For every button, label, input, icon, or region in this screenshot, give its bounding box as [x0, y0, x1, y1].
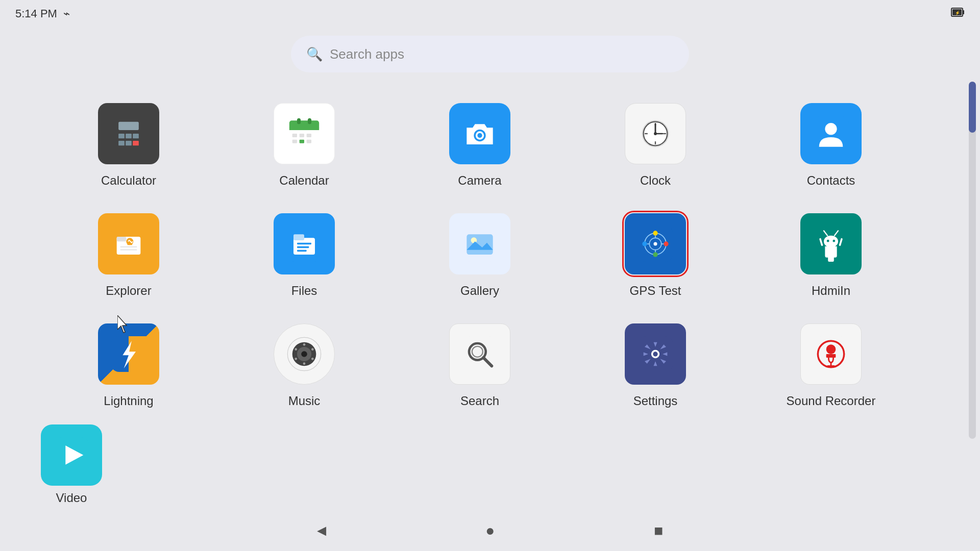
explorer-icon: [98, 213, 159, 274]
svg-point-61: [642, 241, 647, 246]
search-container: 🔍 Search apps: [0, 26, 980, 88]
calculator-label: Calculator: [101, 173, 156, 188]
calculator-icon: [98, 103, 159, 164]
svg-point-69: [827, 240, 829, 242]
app-item-calendar[interactable]: Calendar: [216, 93, 392, 203]
svg-rect-6: [118, 134, 125, 138]
svg-point-70: [833, 240, 836, 242]
camera-icon: [449, 103, 510, 164]
search-label: Search: [460, 394, 499, 408]
app-item-music[interactable]: Music: [216, 313, 392, 423]
svg-point-62: [654, 242, 657, 246]
back-icon: ◄: [314, 522, 329, 539]
search-bar-placeholder: Search apps: [330, 46, 404, 62]
files-label: Files: [291, 284, 317, 298]
lightning-icon: [98, 323, 159, 385]
app-item-hdmiin[interactable]: HdmiIn: [743, 203, 919, 313]
svg-rect-98: [826, 354, 836, 358]
music-icon: [274, 323, 335, 385]
svg-rect-51: [297, 250, 307, 252]
svg-point-59: [664, 241, 668, 246]
scrollbar-thumb[interactable]: [969, 82, 976, 133]
search-app-icon: [449, 323, 510, 385]
explorer-label: Explorer: [106, 284, 151, 298]
svg-point-38: [825, 123, 837, 135]
app-item-clock[interactable]: Clock: [568, 93, 743, 203]
recent-icon: ■: [654, 522, 663, 539]
svg-rect-18: [300, 134, 304, 137]
svg-point-68: [824, 236, 838, 247]
calendar-label: Calendar: [279, 173, 329, 188]
app-item-search[interactable]: Search: [392, 313, 568, 423]
home-icon: ●: [485, 522, 495, 539]
svg-point-82: [311, 348, 314, 350]
app-item-gallery[interactable]: Gallery: [392, 203, 568, 313]
status-bar-left: 5:14 PM ⌁: [15, 7, 70, 20]
status-bar-right: ⚡: [950, 5, 965, 22]
svg-rect-15: [297, 118, 301, 124]
svg-rect-17: [292, 134, 297, 137]
app-item-files[interactable]: Files: [216, 203, 392, 313]
svg-rect-21: [300, 140, 304, 143]
svg-rect-50: [297, 246, 309, 248]
lightning-label: Lightning: [104, 394, 153, 408]
app-item-camera[interactable]: Camera: [392, 93, 568, 203]
app-item-gps-test[interactable]: GPS Test: [568, 203, 743, 313]
svg-rect-48: [293, 234, 304, 240]
calendar-icon: [274, 103, 335, 164]
svg-rect-7: [126, 134, 132, 138]
svg-point-84: [303, 362, 306, 365]
svg-rect-49: [297, 243, 311, 245]
back-button[interactable]: ◄: [306, 515, 337, 546]
svg-point-85: [295, 358, 297, 360]
search-bar-icon: 🔍: [306, 46, 323, 62]
scrollbar[interactable]: [969, 82, 976, 439]
svg-point-94: [653, 352, 657, 356]
settings-label: Settings: [633, 394, 678, 408]
usb-icon: ⌁: [63, 7, 70, 20]
search-bar[interactable]: 🔍 Search apps: [291, 36, 689, 72]
app-item-sound-recorder[interactable]: Sound Recorder: [743, 313, 919, 423]
recent-button[interactable]: ■: [643, 515, 674, 546]
svg-rect-5: [118, 122, 139, 130]
video-icon: [41, 424, 102, 486]
gps-test-label: GPS Test: [630, 284, 681, 298]
gallery-label: Gallery: [460, 284, 499, 298]
hdmiin-label: HdmiIn: [812, 284, 850, 298]
app-grid: Calculator Calendar: [0, 88, 960, 429]
app-item-lightning[interactable]: Lightning: [41, 313, 216, 423]
svg-point-58: [653, 231, 657, 235]
nav-bar: ◄ ● ■: [0, 510, 980, 551]
svg-rect-22: [307, 140, 311, 143]
svg-point-83: [311, 358, 314, 360]
svg-point-81: [303, 343, 306, 346]
settings-icon: [625, 323, 686, 385]
svg-point-60: [653, 252, 657, 257]
svg-rect-10: [126, 141, 132, 145]
time-display: 5:14 PM: [15, 7, 57, 20]
app-item-explorer[interactable]: Explorer: [41, 203, 216, 313]
files-icon: [274, 213, 335, 274]
app-item-video[interactable]: Video: [41, 424, 102, 505]
video-label: Video: [56, 491, 87, 505]
app-item-contacts[interactable]: Contacts: [743, 93, 919, 203]
sound-recorder-icon: [800, 323, 862, 385]
svg-rect-53: [467, 234, 493, 255]
svg-rect-14: [289, 128, 319, 130]
svg-rect-1: [963, 10, 964, 14]
battery-icon: ⚡: [950, 9, 965, 22]
status-bar: 5:14 PM ⌁ ⚡: [0, 0, 980, 26]
gps-test-icon: [625, 213, 686, 274]
contacts-icon: [800, 103, 862, 164]
app-item-calculator[interactable]: Calculator: [41, 93, 216, 203]
hdmiin-icon: [800, 213, 862, 274]
sound-recorder-label: Sound Recorder: [787, 394, 876, 408]
svg-text:⚡: ⚡: [955, 10, 960, 15]
svg-point-86: [295, 348, 297, 350]
app-item-settings[interactable]: Settings: [568, 313, 743, 423]
home-button[interactable]: ●: [475, 515, 505, 546]
svg-rect-20: [292, 140, 297, 143]
svg-rect-8: [133, 134, 139, 138]
svg-rect-41: [117, 237, 127, 241]
clock-label: Clock: [640, 173, 671, 188]
